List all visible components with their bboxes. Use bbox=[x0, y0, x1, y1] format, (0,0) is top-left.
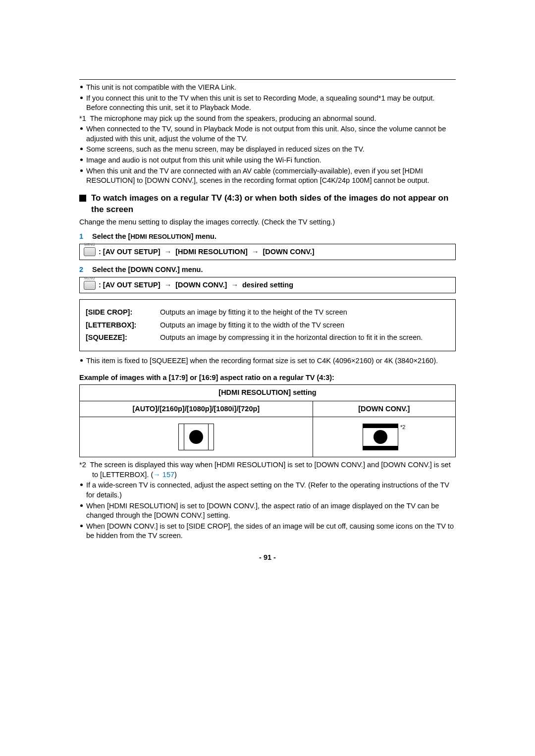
section-heading: To watch images on a regular TV (4:3) or… bbox=[79, 193, 456, 216]
squeeze-note-list: This item is fixed to [SQUEEZE] when the… bbox=[79, 356, 456, 366]
footnote-text: The microphone may pick up the sound fro… bbox=[90, 114, 376, 122]
arrow-icon: → bbox=[164, 248, 172, 256]
footnote-mark: *2 bbox=[79, 461, 86, 469]
footnote-text-end: ) bbox=[174, 471, 177, 479]
step-text: Select the [HDMI RESOLUTION] menu. bbox=[92, 232, 216, 240]
note-item: This unit is not compatible with the VIE… bbox=[79, 83, 456, 93]
t: [DOWN CONV.] bbox=[263, 248, 315, 256]
step-number: 1 bbox=[79, 232, 90, 242]
top-notes-list-cont: When connected to the TV, sound in Playb… bbox=[79, 124, 456, 185]
note-text: If you connect this unit to the TV when … bbox=[86, 94, 434, 112]
footnote-1: *1 The microphone may pick up the sound … bbox=[79, 114, 456, 124]
t: ] menu. bbox=[191, 232, 216, 240]
option-name: [SIDE CROP]: bbox=[86, 308, 160, 318]
t: Select the [ bbox=[92, 232, 130, 240]
page-number: - 91 - bbox=[79, 553, 456, 563]
step-number: 2 bbox=[79, 265, 90, 275]
note-item: Image and audio is not output from this … bbox=[79, 156, 456, 165]
table-header-span: [HDMI RESOLUTION] setting bbox=[80, 385, 456, 401]
bottom-notes-list: If a wide-screen TV is connected, adjust… bbox=[79, 481, 456, 540]
menu-icon: MENU bbox=[84, 247, 96, 256]
option-row: [LETTERBOX]: Outputs an image by fitting… bbox=[86, 321, 449, 330]
footnote-2: *2 The screen is displayed this way when… bbox=[79, 460, 456, 480]
note-item: Some screens, such as the menu screen, m… bbox=[79, 145, 456, 155]
option-row: [SQUEEZE]: Outputs an image by compressi… bbox=[86, 333, 449, 343]
top-notes-list: This unit is not compatible with the VIE… bbox=[79, 83, 456, 113]
table-cell-auto bbox=[80, 417, 313, 457]
note-item: When this unit and the TV are connected … bbox=[79, 166, 456, 186]
menu-icon-label: MENU bbox=[84, 276, 95, 280]
page-link[interactable]: 157 bbox=[162, 471, 174, 479]
note-item: This item is fixed to [SQUEEZE] when the… bbox=[79, 356, 456, 366]
step-1: 1 Select the [HDMI RESOLUTION] menu. bbox=[79, 232, 456, 242]
black-square-icon bbox=[79, 195, 86, 202]
manual-page: This unit is not compatible with the VIE… bbox=[69, 79, 466, 582]
tv-letterbox-icon bbox=[363, 424, 398, 450]
arrow-icon: → bbox=[231, 281, 238, 289]
options-box: [SIDE CROP]: Outputs an image by fitting… bbox=[79, 299, 456, 351]
top-rule bbox=[79, 79, 456, 80]
note-item: If a wide-screen TV is connected, adjust… bbox=[79, 481, 456, 500]
menu-path: : [AV OUT SETUP] → [HDMI RESOLUTION] → [… bbox=[99, 247, 315, 257]
table-col2-header: [DOWN CONV.] bbox=[313, 401, 455, 417]
footnote-text: The screen is displayed this way when [H… bbox=[90, 461, 451, 479]
note-item: When [DOWN CONV.] is set to [SIDE CROP],… bbox=[79, 522, 456, 541]
option-name: [LETTERBOX]: bbox=[86, 321, 160, 330]
link-arrow-icon: → bbox=[153, 471, 160, 479]
t: [AV OUT SETUP] bbox=[103, 281, 160, 289]
menu-icon-label: MENU bbox=[84, 242, 95, 247]
t: desired setting bbox=[242, 281, 293, 289]
footnote-mark: *1 bbox=[79, 114, 86, 122]
menu-path: : [AV OUT SETUP] → [DOWN CONV.] → desire… bbox=[99, 280, 293, 290]
note-item: When connected to the TV, sound in Playb… bbox=[79, 124, 456, 144]
menu-path-box-2: MENU : [AV OUT SETUP] → [DOWN CONV.] → d… bbox=[79, 277, 456, 294]
t: [DOWN CONV.] bbox=[175, 281, 227, 289]
t: [AV OUT SETUP] bbox=[103, 248, 160, 256]
arrow-icon: → bbox=[252, 248, 259, 256]
resolution-table: [HDMI RESOLUTION] setting [AUTO]/[2160p]… bbox=[79, 384, 456, 457]
table-cell-downconv: *2 bbox=[313, 417, 455, 457]
option-name: [SQUEEZE]: bbox=[86, 333, 160, 343]
tv-squeeze-icon bbox=[178, 424, 214, 450]
table-col1-header: [AUTO]/[2160p]/[1080p]/[1080i]/[720p] bbox=[80, 401, 313, 417]
arrow-icon: → bbox=[164, 281, 172, 289]
example-caption: Example of images with a [17:9] or [16:9… bbox=[79, 373, 456, 383]
menu-path-box-1: MENU : [AV OUT SETUP] → [HDMI RESOLUTION… bbox=[79, 244, 456, 261]
step-text: Select the [DOWN CONV.] menu. bbox=[92, 266, 203, 273]
option-row: [SIDE CROP]: Outputs an image by fitting… bbox=[86, 308, 449, 318]
option-desc: Outputs an image by compressing it in th… bbox=[160, 333, 449, 343]
t: HDMI RESOLUTION bbox=[130, 233, 191, 240]
t: [HDMI RESOLUTION] bbox=[175, 248, 248, 256]
footnote-ref: *2 bbox=[400, 424, 405, 430]
note-item: When [HDMI RESOLUTION] is set to [DOWN C… bbox=[79, 501, 456, 521]
section-desc: Change the menu setting to display the i… bbox=[79, 217, 456, 227]
option-desc: Outputs an image by fitting it to the he… bbox=[160, 308, 449, 318]
menu-icon: MENU bbox=[84, 281, 96, 290]
note-item: If you connect this unit to the TV when … bbox=[79, 94, 456, 113]
option-desc: Outputs an image by fitting it to the wi… bbox=[160, 321, 449, 330]
section-title: To watch images on a regular TV (4:3) or… bbox=[91, 193, 456, 216]
step-2: 2 Select the [DOWN CONV.] menu. bbox=[79, 265, 456, 275]
